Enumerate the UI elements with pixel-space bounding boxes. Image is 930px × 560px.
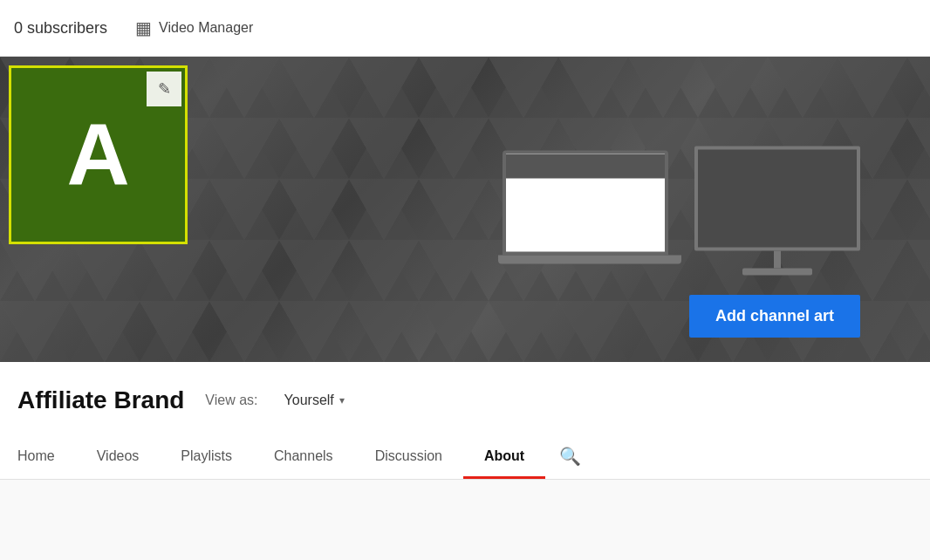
laptop-screen: [503, 151, 668, 256]
channel-avatar[interactable]: A ✎: [9, 65, 188, 244]
channel-name-row: Affiliate Brand View as: Yourself ▾: [17, 386, 913, 414]
avatar-edit-button[interactable]: ✎: [147, 72, 181, 106]
pencil-icon: ✎: [158, 79, 171, 99]
tab-about[interactable]: About: [463, 438, 545, 479]
view-as-dropdown[interactable]: Yourself ▾: [284, 393, 345, 408]
view-as-value: Yourself: [284, 393, 334, 408]
subscribers-count: 0 subscribers: [14, 19, 107, 38]
tab-playlists[interactable]: Playlists: [160, 438, 253, 479]
tab-discussion[interactable]: Discussion: [354, 438, 463, 479]
monitor-stand: [774, 251, 781, 269]
laptop-base: [498, 256, 681, 264]
tab-videos[interactable]: Videos: [76, 438, 161, 479]
add-channel-art-button[interactable]: Add channel art: [689, 295, 860, 338]
monitor-device: [694, 147, 860, 273]
tab-channels[interactable]: Channels: [253, 438, 354, 479]
video-manager-button[interactable]: ▦ Video Manager: [135, 17, 253, 38]
channel-nav-tabs: Home Videos Playlists Channels Discussio…: [17, 435, 913, 479]
devices-illustration: [503, 147, 860, 273]
top-bar: 0 subscribers ▦ Video Manager: [0, 0, 930, 57]
laptop-device: [503, 151, 677, 273]
monitor-screen: [694, 147, 860, 251]
video-manager-label: Video Manager: [159, 20, 253, 36]
chevron-down-icon: ▾: [339, 394, 345, 406]
channel-info-section: Affiliate Brand View as: Yourself ▾ Home…: [0, 362, 930, 480]
view-as-label: View as:: [205, 393, 257, 408]
channel-name: Affiliate Brand: [17, 386, 184, 414]
video-manager-icon: ▦: [135, 17, 152, 38]
tab-home[interactable]: Home: [17, 438, 76, 479]
avatar-letter: A: [66, 105, 129, 205]
monitor-base: [742, 269, 812, 276]
channel-banner[interactable]: A ✎ Add channel art: [0, 57, 930, 362]
laptop-screen-bar: [506, 154, 665, 179]
channel-search-icon[interactable]: 🔍: [545, 435, 595, 479]
